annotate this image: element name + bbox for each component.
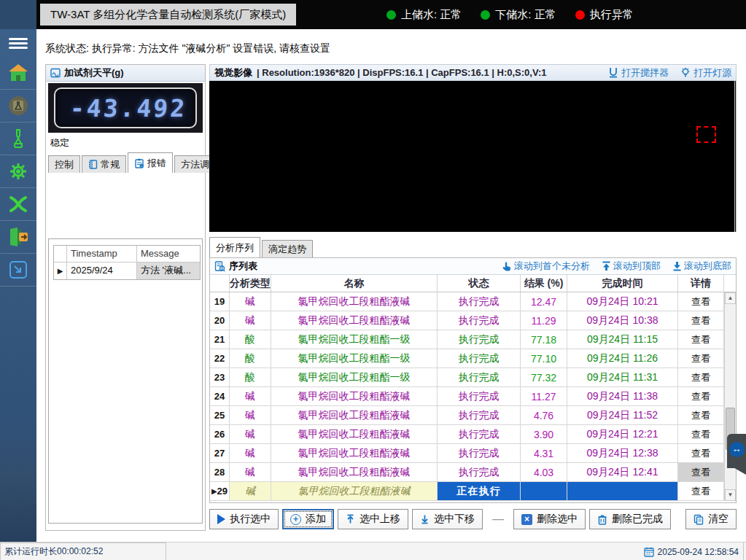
table-row[interactable]: 23酸氯甲烷回收工段粗酯一级执行完成77.3209月24日 11:31查看	[210, 368, 736, 387]
app-title: TW-3AT 多组分化学含量自动检测系统(厂家模式)	[40, 4, 296, 26]
sidebar-item-flask[interactable]	[0, 122, 36, 155]
table-row[interactable]: 22酸氯甲烷回收工段粗酯一级执行完成77.1009月24日 11:26查看	[210, 349, 736, 368]
video-info: | Resolution:1936*820 | DispFPS:16.1 | C…	[257, 67, 546, 78]
table-row[interactable]: ▶29碱氯甲烷回收工段粗酯液碱正在执行查看	[210, 482, 736, 501]
plus-circle-icon: +	[290, 514, 301, 525]
red-dot	[575, 10, 585, 20]
table-row[interactable]: 19碱氯甲烷回收工段粗酯液碱执行完成12.4709月24日 10:21查看	[210, 292, 736, 311]
row-number-cell: 21	[210, 330, 230, 349]
cell-result: 11.29	[521, 311, 567, 330]
view-detail-link[interactable]: 查看	[678, 292, 724, 311]
sidebar-item-home[interactable]	[0, 57, 36, 90]
view-detail-link[interactable]: 查看	[678, 463, 724, 481]
action-button-label: 添加	[306, 513, 326, 526]
scroll-link-label: 滚动到底部	[684, 260, 731, 273]
action-button-删除选中[interactable]: ×删除选中	[513, 509, 586, 529]
status-label: 执行异常	[590, 8, 634, 22]
green-dot	[386, 10, 396, 20]
row-number-cell: 22	[210, 349, 230, 368]
scroll-link-滚动到首个未分析[interactable]: 滚动到首个未分析	[502, 260, 590, 273]
error-table-header: Timestamp Message	[54, 246, 200, 262]
row-number: 21	[214, 334, 225, 345]
cell-name: 氯甲烷回收工段粗酯液碱	[271, 311, 438, 330]
scroll-link-滚动到顶部[interactable]: 滚动到顶部	[602, 260, 661, 273]
video-button-打开搅拌器[interactable]: 打开搅拌器	[608, 66, 669, 79]
view-detail-link[interactable]: 查看	[678, 482, 724, 500]
action-button-label: 选中下移	[434, 513, 475, 526]
cell-status: 执行完成	[438, 349, 521, 368]
current-row-marker-icon: ▶	[211, 487, 217, 495]
scroll-link-滚动到底部[interactable]: 滚动到底部	[672, 260, 731, 273]
view-detail-link[interactable]: 查看	[678, 368, 724, 386]
sidebar-item-sample[interactable]	[0, 90, 36, 122]
balance-panel-header: 加试剂天平(g)	[46, 65, 205, 82]
balance-stability: 稳定	[46, 134, 205, 152]
table-row[interactable]: 20碱氯甲烷回收工段粗酯液碱执行完成11.2909月24日 10:38查看	[210, 311, 736, 330]
action-button-选中上移[interactable]: 选中上移	[338, 509, 408, 529]
row-marker-icon: ▶	[58, 267, 63, 275]
action-button-执行选中[interactable]: 执行选中	[209, 509, 279, 529]
scroll-up-button[interactable]: ▲	[725, 292, 736, 304]
action-button-label: 清空	[708, 513, 728, 526]
table-row[interactable]: 28碱氯甲烷回收工段粗酯液碱执行完成4.0309月24日 12:41查看	[210, 463, 736, 482]
cell-status: 执行完成	[438, 368, 521, 386]
error-table: Timestamp Message ▶ 2025/9/24 方法 '液碱...	[53, 245, 201, 280]
scroll-down-button[interactable]: ▼	[725, 489, 736, 501]
action-button-选中下移[interactable]: 选中下移	[412, 509, 483, 529]
video-canvas	[209, 81, 737, 232]
tab-控制[interactable]: 控制	[48, 155, 80, 173]
cell-result: 11.27	[521, 387, 567, 405]
table-row[interactable]: 25碱氯甲烷回收工段粗酯液碱执行完成4.7609月24日 11:52查看	[210, 406, 736, 425]
status-indicators: 上储水: 正常下储水: 正常执行异常	[386, 0, 634, 29]
balance-lcd: -43.492	[54, 88, 197, 128]
table-row[interactable]: 21酸氯甲烷回收工段粗酯一级执行完成77.1809月24日 11:15查看	[210, 330, 736, 349]
roi-rectangle[interactable]	[696, 126, 716, 143]
row-number: 28	[214, 467, 225, 478]
cell-time: 09月24日 12:21	[567, 425, 678, 443]
cell-result: 77.10	[521, 349, 567, 368]
cell-type: 酸	[230, 349, 271, 368]
action-button-添加[interactable]: +添加	[282, 509, 334, 529]
view-detail-link[interactable]: 查看	[678, 425, 724, 443]
table-scrollbar[interactable]: ▲▼	[724, 292, 736, 501]
tab-报错[interactable]: i报错	[128, 152, 173, 173]
cell-status: 执行完成	[438, 425, 521, 443]
view-detail-link[interactable]: 查看	[678, 387, 724, 405]
view-detail-link[interactable]: 查看	[678, 330, 724, 349]
sidebar-item-minimize[interactable]	[0, 254, 36, 287]
sidebar-item-tools[interactable]	[0, 188, 36, 221]
tab-常规[interactable]: 常规	[82, 155, 126, 173]
tab-滴定趋势[interactable]: 滴定趋势	[262, 240, 313, 257]
view-detail-link[interactable]: 查看	[678, 349, 724, 368]
action-button-删除已完成[interactable]: 删除已完成	[589, 509, 671, 529]
row-number: 20	[214, 315, 225, 326]
video-header: 视觉影像 | Resolution:1936*820 | DispFPS:16.…	[209, 64, 737, 81]
cell-time: 09月24日 11:52	[567, 406, 678, 424]
video-button-打开灯源[interactable]: 打开灯源	[680, 66, 731, 79]
table-row[interactable]: 24碱氯甲烷回收工段粗酯液碱执行完成11.2709月24日 11:38查看	[210, 387, 736, 406]
cell-result: 12.47	[521, 292, 567, 311]
table-row[interactable]: 26碱氯甲烷回收工段粗酯液碱执行完成3.9009月24日 12:21查看	[210, 425, 736, 444]
runtime-counter: 累计运行时长00:00:02:52	[0, 542, 166, 560]
sidebar-item-exit[interactable]	[0, 221, 36, 254]
sequence-list-header: 序列表 滚动到首个未分析滚动到顶部滚动到底部	[210, 258, 736, 275]
status-indicator: 执行异常	[575, 8, 634, 22]
error-table-row[interactable]: ▶ 2025/9/24 方法 '液碱...	[54, 262, 200, 279]
tab-分析序列[interactable]: 分析序列	[209, 237, 260, 257]
action-button-清空[interactable]: 清空	[685, 509, 737, 529]
sidebar-item-menu[interactable]	[0, 29, 36, 57]
svg-text:i: i	[141, 163, 142, 167]
cell-type: 碱	[230, 311, 271, 330]
table-row[interactable]: 27碱氯甲烷回收工段粗酯液碱执行完成4.3109月24日 12:38查看	[210, 444, 736, 463]
sidebar-item-settings[interactable]	[0, 155, 36, 188]
row-number-cell: 26	[210, 425, 230, 443]
view-detail-link[interactable]: 查看	[678, 444, 724, 462]
error-message[interactable]: 方法 '液碱...	[137, 262, 200, 279]
view-detail-link[interactable]: 查看	[678, 406, 724, 424]
tab-label: 滴定趋势	[268, 243, 306, 256]
view-detail-link[interactable]: 查看	[678, 311, 724, 330]
cell-time: 09月24日 10:21	[567, 292, 678, 311]
sequence-tab-strip: 分析序列滴定趋势	[209, 240, 314, 257]
cell-status: 执行完成	[438, 463, 521, 481]
row-number-cell: 19	[210, 292, 230, 311]
